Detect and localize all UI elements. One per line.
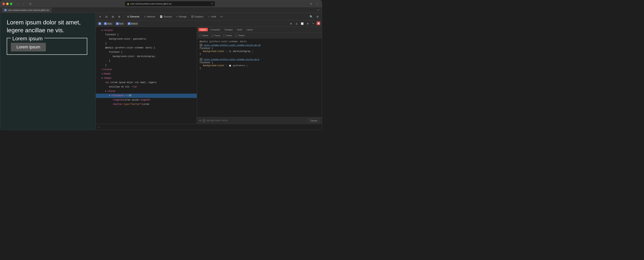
html-line-p: <p> Lorem ipsum dolor sit amet, legere [96, 80, 197, 85]
e-badge-body: E [104, 22, 107, 25]
layout-grid-button[interactable]: ⊞ [288, 21, 293, 26]
html-line-bg-gainsboro: background-color: gainsboro; [96, 37, 197, 41]
address-bar[interactable]: 🔒 color-scheme-prefers-color-scheme.glit… [125, 1, 215, 6]
tab-changes[interactable]: Changes [222, 28, 234, 31]
toggle-active[interactable]: Active [199, 34, 208, 37]
audit-icon: ✓ [208, 15, 210, 18]
elements-panel[interactable]: ▼ <style> fieldset { background-color: g… [96, 27, 197, 124]
console-bar: › [96, 124, 322, 130]
css-colon-2: : [226, 64, 227, 67]
html-line-p-cont: ancillae ne vis. </p> [96, 85, 197, 89]
html-line-style-close: </style> [96, 68, 197, 72]
classes-button[interactable]: Classes [308, 119, 320, 122]
highlight-button[interactable]: ▣ [316, 21, 320, 25]
tab-network[interactable]: ⊙ Network [142, 15, 157, 19]
e-badge-form: E [116, 22, 119, 25]
settings-button[interactable]: ⚙ [315, 14, 320, 20]
html-line-body-open: ▼ <body> [96, 76, 197, 80]
css-value-1: darkslategray [233, 50, 250, 53]
browser-window: ‹ › ⊟ 🔒 color-scheme-prefers-color-schem… [0, 0, 322, 130]
html-line-bg-dark: background-color: darkslategray; [96, 54, 197, 59]
css-colon-1: : [226, 50, 227, 53]
share-button[interactable]: ⬆ [308, 2, 314, 6]
close-button[interactable] [2, 3, 5, 5]
e-badge: E [98, 22, 101, 25]
breadcrumb-fieldset[interactable]: E fieldset [127, 22, 139, 25]
maximize-button[interactable] [10, 3, 12, 5]
back-button[interactable]: ‹ [15, 2, 20, 6]
html-line-close1: } [96, 42, 197, 46]
color-swatch-2 [229, 65, 231, 67]
highlight-icon: ▣ [318, 22, 320, 25]
lorem-button[interactable]: Lorem ipsum [11, 43, 46, 51]
pick-element-button[interactable]: ⊕ [116, 14, 122, 20]
edit-button[interactable]: ✏ [311, 21, 316, 26]
new-tab-button[interactable]: + [314, 2, 320, 6]
css-prop-line-2: background-color : gainsboro ; [200, 64, 319, 67]
checkbox-visited [235, 34, 237, 37]
breadcrumb-body[interactable]: E body [103, 22, 113, 25]
layout-columns-button[interactable]: ⊞ [305, 21, 310, 26]
css-rule-block-1: @media (prefers-color-scheme: dark) {} c… [200, 40, 319, 55]
browser-tab[interactable]: C color-scheme-prefers-color-scheme.glit… [2, 8, 52, 13]
html-line-head-close: </head> [96, 72, 197, 76]
html-line-form: ▼ <form> [96, 89, 197, 94]
tab-strip: C color-scheme-prefers-color-scheme.glit… [0, 7, 322, 13]
tab-node[interactable]: Node [235, 28, 244, 31]
styles-bottom-bar: + ⊙ Classes [197, 117, 322, 124]
html-line-media-dark: @media (prefers-color-scheme: dark) { [96, 46, 197, 50]
css-prop-name-1: background-color [203, 50, 224, 53]
tab-elements[interactable]: ⊞ Elements [125, 15, 141, 19]
minimize-button[interactable] [6, 3, 8, 5]
console-input[interactable] [101, 126, 319, 128]
css-prop-line-1: background-color : darkslategray ; [200, 50, 319, 53]
tab-favicon: C [4, 9, 6, 11]
tab-sources[interactable]: 📄 Sources [158, 15, 174, 19]
tab-storage[interactable]: ≡ Storage [174, 15, 188, 19]
toggle-hover[interactable]: Hover [223, 34, 232, 37]
breadcrumb-sep-1: › [114, 23, 114, 25]
nav-buttons: ‹ › [15, 2, 26, 6]
checkbox-active [199, 34, 202, 37]
css-rule-block-2: {} color-scheme-prefers-color-scheme.gli… [200, 58, 319, 70]
tab-view-button[interactable]: ⊟ [28, 2, 33, 6]
toggle-visited[interactable]: Visited [235, 34, 244, 37]
html-line-style-open: ▼ <style> [96, 28, 197, 33]
breadcrumb-sep-2: › [125, 23, 126, 25]
tab-audit[interactable]: ✓ Audit [206, 15, 218, 19]
tab-title: color-scheme-prefers-color-scheme.glitch… [8, 9, 49, 11]
html-line-close3: } [96, 63, 197, 68]
tab-layers[interactable]: Layers [245, 28, 254, 31]
elements-icon: ⊞ [127, 15, 129, 18]
close-devtools-button[interactable]: ✕ [97, 14, 103, 20]
dock-side-button[interactable]: ⊞ [110, 14, 116, 20]
breadcrumb-form[interactable]: E form [115, 22, 124, 25]
forward-button[interactable]: › [21, 2, 26, 6]
dock-bottom-button[interactable]: ⊟ [104, 14, 109, 20]
add-style-button[interactable]: + [199, 119, 201, 122]
new-tab-button-strip[interactable]: + [316, 8, 320, 12]
search-button[interactable]: 🔍 [308, 14, 314, 20]
filter-input[interactable] [206, 119, 307, 122]
devtools-toolbar: ✕ ⊟ ⊞ ⊕ ⊞ Elements ⊙ Network 📄 Sources [96, 13, 322, 21]
css-semi-1: ; [252, 50, 253, 53]
rule-link-2[interactable]: color-scheme-prefers-color-scheme.glitch… [204, 58, 259, 61]
print-button[interactable]: 🖨 [294, 21, 299, 26]
html-line-close2: } [96, 59, 197, 63]
refresh-icon[interactable]: ↻ [211, 3, 213, 5]
more-tabs-button[interactable]: >> [219, 15, 224, 19]
title-bar: ‹ › ⊟ 🔒 color-scheme-prefers-color-schem… [0, 0, 322, 7]
screenshot-button[interactable]: ⬜ [300, 21, 304, 26]
fieldset-preview: Lorem ipsum Lorem ipsum [7, 38, 87, 55]
rule-link-1[interactable]: color-scheme-prefers-color-scheme.glitch… [204, 44, 260, 46]
css-prop-name-2: background-color [203, 64, 224, 67]
tab-graphics[interactable]: 🖼 Graphics [189, 15, 205, 19]
tab-computed[interactable]: Computed [208, 28, 222, 31]
storage-icon: ≡ [176, 15, 178, 18]
url-text: color-scheme-prefers-color-scheme.glitch… [130, 3, 172, 5]
tab-styles[interactable]: Styles [198, 28, 208, 31]
rule-icon-2: {} [200, 58, 202, 61]
toggle-focus[interactable]: Focus [211, 34, 220, 37]
css-value-2: gainsboro [233, 64, 245, 67]
html-line-fieldset-selected[interactable]: ▼ <fieldset> = $0 [96, 94, 197, 98]
